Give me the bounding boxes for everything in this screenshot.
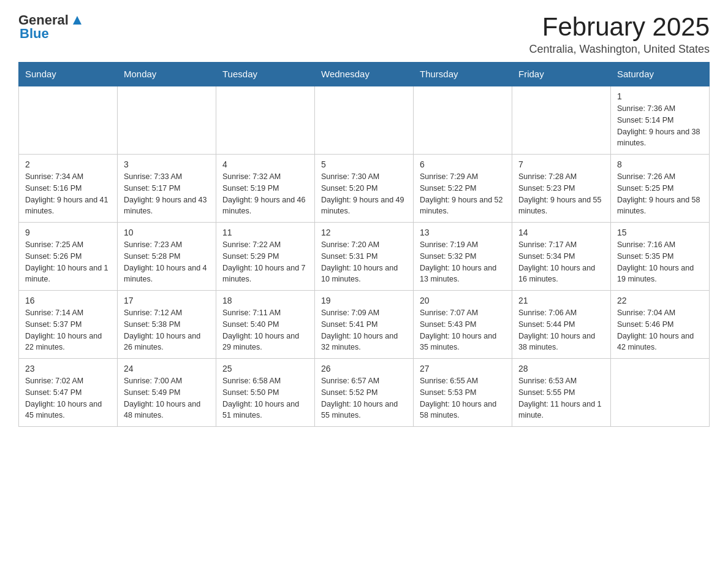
calendar-week-row: 2Sunrise: 7:34 AM Sunset: 5:16 PM Daylig… [19, 155, 710, 223]
day-info: Sunrise: 7:14 AM Sunset: 5:37 PM Dayligh… [25, 307, 111, 353]
day-info: Sunrise: 7:20 AM Sunset: 5:31 PM Dayligh… [321, 239, 407, 285]
column-header-sunday: Sunday [19, 63, 118, 86]
calendar-cell: 22Sunrise: 7:04 AM Sunset: 5:46 PM Dayli… [611, 291, 710, 359]
day-number: 7 [518, 159, 604, 169]
calendar-cell: 7Sunrise: 7:28 AM Sunset: 5:23 PM Daylig… [512, 155, 611, 223]
calendar-cell: 12Sunrise: 7:20 AM Sunset: 5:31 PM Dayli… [315, 223, 414, 291]
day-info: Sunrise: 7:28 AM Sunset: 5:23 PM Dayligh… [518, 171, 604, 217]
day-info: Sunrise: 7:17 AM Sunset: 5:34 PM Dayligh… [518, 239, 604, 285]
logo-triangle-icon [70, 13, 84, 27]
calendar-cell: 28Sunrise: 6:53 AM Sunset: 5:55 PM Dayli… [512, 359, 611, 427]
day-number: 15 [617, 228, 703, 237]
day-info: Sunrise: 7:19 AM Sunset: 5:32 PM Dayligh… [420, 239, 506, 285]
calendar-cell: 8Sunrise: 7:26 AM Sunset: 5:25 PM Daylig… [611, 155, 710, 223]
day-info: Sunrise: 7:30 AM Sunset: 5:20 PM Dayligh… [321, 171, 407, 217]
calendar-cell: 1Sunrise: 7:36 AM Sunset: 5:14 PM Daylig… [611, 86, 710, 155]
calendar-cell: 19Sunrise: 7:09 AM Sunset: 5:41 PM Dayli… [315, 291, 414, 359]
day-info: Sunrise: 7:06 AM Sunset: 5:44 PM Dayligh… [518, 307, 604, 353]
day-info: Sunrise: 7:02 AM Sunset: 5:47 PM Dayligh… [25, 375, 111, 421]
calendar-cell [414, 86, 512, 155]
calendar-cell: 13Sunrise: 7:19 AM Sunset: 5:32 PM Dayli… [414, 223, 512, 291]
calendar-table: SundayMondayTuesdayWednesdayThursdayFrid… [18, 62, 710, 427]
day-info: Sunrise: 7:29 AM Sunset: 5:22 PM Dayligh… [420, 171, 506, 217]
calendar-cell [611, 359, 710, 427]
svg-marker-0 [73, 16, 82, 25]
calendar-cell [118, 86, 216, 155]
day-info: Sunrise: 7:23 AM Sunset: 5:28 PM Dayligh… [124, 239, 210, 285]
day-number: 2 [25, 159, 111, 169]
calendar-cell: 15Sunrise: 7:16 AM Sunset: 5:35 PM Dayli… [611, 223, 710, 291]
day-number: 28 [518, 364, 604, 373]
title-section: February 2025 Centralia, Washington, Uni… [529, 12, 710, 56]
day-number: 22 [617, 296, 703, 305]
calendar-cell: 27Sunrise: 6:55 AM Sunset: 5:53 PM Dayli… [414, 359, 512, 427]
calendar-cell: 6Sunrise: 7:29 AM Sunset: 5:22 PM Daylig… [414, 155, 512, 223]
day-number: 8 [617, 159, 703, 169]
day-number: 21 [518, 296, 604, 305]
day-info: Sunrise: 6:55 AM Sunset: 5:53 PM Dayligh… [420, 375, 506, 421]
day-info: Sunrise: 7:11 AM Sunset: 5:40 PM Dayligh… [222, 307, 308, 353]
calendar-week-row: 16Sunrise: 7:14 AM Sunset: 5:37 PM Dayli… [19, 291, 710, 359]
day-number: 23 [25, 364, 111, 373]
calendar-header-row: SundayMondayTuesdayWednesdayThursdayFrid… [19, 63, 710, 86]
day-number: 25 [222, 364, 308, 373]
calendar-cell [216, 86, 315, 155]
calendar-cell: 10Sunrise: 7:23 AM Sunset: 5:28 PM Dayli… [118, 223, 216, 291]
column-header-monday: Monday [118, 63, 216, 86]
logo-blue-text: Blue [20, 26, 49, 42]
calendar-cell: 11Sunrise: 7:22 AM Sunset: 5:29 PM Dayli… [216, 223, 315, 291]
month-title: February 2025 [529, 12, 710, 42]
calendar-cell: 9Sunrise: 7:25 AM Sunset: 5:26 PM Daylig… [19, 223, 118, 291]
day-info: Sunrise: 7:22 AM Sunset: 5:29 PM Dayligh… [222, 239, 308, 285]
calendar-cell: 26Sunrise: 6:57 AM Sunset: 5:52 PM Dayli… [315, 359, 414, 427]
calendar-cell [19, 86, 118, 155]
column-header-tuesday: Tuesday [216, 63, 315, 86]
day-number: 24 [124, 364, 210, 373]
calendar-week-row: 1Sunrise: 7:36 AM Sunset: 5:14 PM Daylig… [19, 86, 710, 155]
day-number: 9 [25, 228, 111, 237]
calendar-cell: 21Sunrise: 7:06 AM Sunset: 5:44 PM Dayli… [512, 291, 611, 359]
day-number: 20 [420, 296, 506, 305]
calendar-cell: 24Sunrise: 7:00 AM Sunset: 5:49 PM Dayli… [118, 359, 216, 427]
calendar-cell: 20Sunrise: 7:07 AM Sunset: 5:43 PM Dayli… [414, 291, 512, 359]
day-info: Sunrise: 7:00 AM Sunset: 5:49 PM Dayligh… [124, 375, 210, 421]
calendar-cell: 3Sunrise: 7:33 AM Sunset: 5:17 PM Daylig… [118, 155, 216, 223]
day-number: 1 [617, 91, 703, 101]
day-info: Sunrise: 7:09 AM Sunset: 5:41 PM Dayligh… [321, 307, 407, 353]
day-number: 4 [222, 159, 308, 169]
calendar-cell [512, 86, 611, 155]
calendar-cell: 14Sunrise: 7:17 AM Sunset: 5:34 PM Dayli… [512, 223, 611, 291]
day-info: Sunrise: 7:33 AM Sunset: 5:17 PM Dayligh… [124, 171, 210, 217]
page-header: General Blue February 2025 Centralia, Wa… [18, 12, 710, 56]
calendar-cell: 23Sunrise: 7:02 AM Sunset: 5:47 PM Dayli… [19, 359, 118, 427]
day-info: Sunrise: 7:34 AM Sunset: 5:16 PM Dayligh… [25, 171, 111, 217]
day-number: 16 [25, 296, 111, 305]
day-number: 13 [420, 228, 506, 237]
day-info: Sunrise: 7:25 AM Sunset: 5:26 PM Dayligh… [25, 239, 111, 285]
calendar-cell [315, 86, 414, 155]
day-info: Sunrise: 7:32 AM Sunset: 5:19 PM Dayligh… [222, 171, 308, 217]
column-header-saturday: Saturday [611, 63, 710, 86]
day-info: Sunrise: 7:07 AM Sunset: 5:43 PM Dayligh… [420, 307, 506, 353]
day-info: Sunrise: 7:04 AM Sunset: 5:46 PM Dayligh… [617, 307, 703, 353]
day-number: 19 [321, 296, 407, 305]
calendar-cell: 16Sunrise: 7:14 AM Sunset: 5:37 PM Dayli… [19, 291, 118, 359]
day-number: 27 [420, 364, 506, 373]
calendar-cell: 5Sunrise: 7:30 AM Sunset: 5:20 PM Daylig… [315, 155, 414, 223]
day-number: 26 [321, 364, 407, 373]
calendar-cell: 2Sunrise: 7:34 AM Sunset: 5:16 PM Daylig… [19, 155, 118, 223]
calendar-cell: 18Sunrise: 7:11 AM Sunset: 5:40 PM Dayli… [216, 291, 315, 359]
day-info: Sunrise: 7:26 AM Sunset: 5:25 PM Dayligh… [617, 171, 703, 217]
day-number: 12 [321, 228, 407, 237]
day-info: Sunrise: 7:12 AM Sunset: 5:38 PM Dayligh… [124, 307, 210, 353]
day-number: 5 [321, 159, 407, 169]
day-number: 6 [420, 159, 506, 169]
day-number: 17 [124, 296, 210, 305]
day-info: Sunrise: 6:58 AM Sunset: 5:50 PM Dayligh… [222, 375, 308, 421]
day-number: 11 [222, 228, 308, 237]
day-number: 3 [124, 159, 210, 169]
day-number: 14 [518, 228, 604, 237]
day-info: Sunrise: 7:16 AM Sunset: 5:35 PM Dayligh… [617, 239, 703, 285]
calendar-cell: 17Sunrise: 7:12 AM Sunset: 5:38 PM Dayli… [118, 291, 216, 359]
calendar-cell: 25Sunrise: 6:58 AM Sunset: 5:50 PM Dayli… [216, 359, 315, 427]
